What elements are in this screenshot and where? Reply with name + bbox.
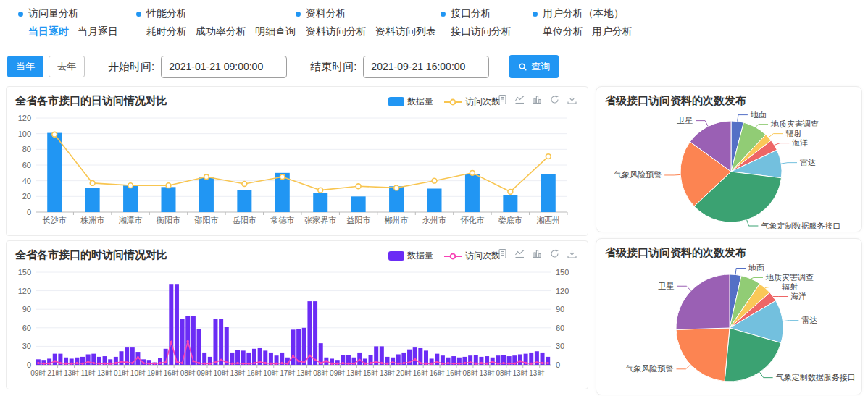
svg-text:气象风险预警: 气象风险预警	[625, 364, 673, 373]
restore-icon[interactable]	[549, 248, 560, 259]
svg-text:13时: 13时	[64, 369, 79, 377]
svg-text:09时: 09时	[330, 369, 345, 377]
line-chart-icon[interactable]	[514, 94, 525, 105]
svg-text:岳阳市: 岳阳市	[233, 216, 256, 224]
restore-icon[interactable]	[549, 94, 560, 105]
svg-text:150: 150	[18, 268, 31, 277]
svg-text:益阳市: 益阳市	[346, 216, 370, 224]
nav-item-success-rate-analysis[interactable]: 成功率分析	[196, 25, 246, 38]
start-time-input[interactable]	[161, 56, 287, 78]
svg-text:19时: 19时	[147, 369, 162, 377]
legend-item-visit-count[interactable]: 访问次数	[443, 96, 500, 108]
svg-text:01时: 01时	[114, 369, 129, 377]
daily-bar-line-chart[interactable]: 020406080100120长沙市株洲市湘潭市衡阳市邵阳市岳阳市常德市张家界市…	[11, 111, 583, 229]
svg-text:海洋: 海洋	[790, 292, 806, 300]
svg-text:16时: 16时	[164, 369, 179, 377]
svg-text:13时: 13时	[380, 369, 395, 377]
bullet-icon	[533, 12, 538, 17]
legend-label: 数据量	[407, 250, 433, 262]
legend-item-data-volume[interactable]: 数据量	[388, 96, 433, 108]
nav-item-hourly-today[interactable]: 当日逐时	[28, 25, 69, 38]
svg-text:0: 0	[27, 361, 31, 369]
chart-toolbox	[497, 248, 577, 259]
hourly-bar-line-chart[interactable]: 0030306060909012012015015009时21时13时11时13…	[11, 265, 583, 384]
bar-chart-icon[interactable]	[532, 94, 543, 105]
svg-text:0: 0	[27, 208, 31, 216]
svg-text:湘西州: 湘西州	[536, 216, 560, 224]
start-time-label: 开始时间:	[108, 60, 154, 74]
legend-label: 数据量	[407, 96, 433, 108]
chart-legend: 数据量 访问次数	[388, 250, 500, 262]
svg-text:卫星: 卫星	[657, 282, 674, 290]
svg-text:09时: 09时	[197, 369, 212, 377]
nav-item-interface-access-analysis[interactable]: 接口访问分析	[451, 25, 512, 38]
filter-bar: 当年 去年 开始时间: 结束时间: 查询	[7, 55, 868, 78]
svg-text:08时: 08时	[313, 369, 328, 377]
svg-text:16时: 16时	[446, 369, 462, 377]
svg-text:永州市: 永州市	[422, 216, 446, 224]
download-icon[interactable]	[567, 248, 577, 259]
nav-item-detail-query[interactable]: 明细查询	[255, 25, 296, 38]
line-swatch-icon	[443, 98, 462, 106]
svg-text:80: 80	[22, 145, 31, 153]
end-time-input[interactable]	[363, 56, 489, 78]
nav-item-time-cost-analysis[interactable]: 耗时分析	[146, 25, 187, 38]
legend-label: 访问次数	[465, 250, 500, 262]
svg-text:13时: 13时	[346, 369, 362, 377]
svg-text:21时: 21时	[47, 369, 62, 377]
daily-access-chart-card: 全省各市接口的日访问情况对比 数据量 访问次数 020406080100120长…	[6, 86, 588, 236]
download-icon[interactable]	[567, 94, 577, 105]
nav-item-data-access-list[interactable]: 资料访问列表	[375, 25, 436, 38]
nav-item-data-access-analysis[interactable]: 资料访问分析	[306, 25, 367, 38]
dashboard-body: 全省各市接口的日访问情况对比 数据量 访问次数 020406080100120长…	[0, 78, 868, 395]
svg-text:40: 40	[22, 177, 31, 185]
province-access-pie-card-bottom: 省级接口访问资料的次数发布 地面地质灾害调查辐射海洋雷达气象定制数据服务接口气象…	[596, 238, 862, 395]
top-nav: 访问量分析 当日逐时 当月逐日 性能分析 耗时分析 成功率分析 明细查询 资料分…	[0, 0, 868, 43]
nav-group-user-analysis: 用户分析（本地） 单位分析 用户分析	[533, 7, 656, 43]
svg-text:辐射: 辐射	[782, 282, 798, 291]
svg-text:16时: 16时	[246, 369, 262, 377]
bar-chart-icon[interactable]	[532, 248, 543, 259]
svg-text:气象定制数据服务接口: 气象定制数据服务接口	[776, 373, 856, 382]
svg-text:地面: 地面	[750, 110, 767, 119]
svg-text:郴州市: 郴州市	[385, 216, 409, 224]
chart-legend: 数据量 访问次数	[388, 96, 500, 108]
province-access-pie-card-top: 省级接口访问资料的次数发布 地面地质灾害调查辐射海洋雷达气象定制数据服务接口气象…	[596, 86, 862, 232]
bar-swatch-icon	[388, 97, 404, 106]
svg-text:13时: 13时	[512, 369, 527, 377]
svg-text:气象定制数据服务接口: 气象定制数据服务接口	[761, 222, 840, 230]
svg-text:邵阳市: 邵阳市	[193, 216, 218, 224]
legend-item-visit-count[interactable]: 访问次数	[443, 250, 500, 262]
nav-group-title: 访问量分析	[28, 7, 79, 20]
data-view-icon[interactable]	[497, 248, 508, 259]
nav-group-title: 资料分析	[306, 7, 346, 20]
svg-text:地面: 地面	[748, 264, 764, 272]
line-chart-icon[interactable]	[514, 248, 525, 259]
province-access-pie-chart[interactable]: 地面地质灾害调查辐射海洋雷达气象定制数据服务接口气象风险预警卫星	[596, 260, 861, 393]
svg-text:地质灾害调查: 地质灾害调查	[770, 119, 819, 128]
svg-text:13时: 13时	[97, 369, 112, 377]
nav-item-user-analysis[interactable]: 用户分析	[592, 25, 633, 38]
nav-item-daily-this-month[interactable]: 当月逐日	[78, 25, 118, 38]
svg-text:08时: 08时	[180, 369, 196, 377]
svg-text:30: 30	[22, 342, 31, 350]
nav-item-unit-analysis[interactable]: 单位分析	[543, 25, 583, 38]
svg-text:长沙市: 长沙市	[42, 216, 67, 224]
svg-text:10时: 10时	[263, 369, 278, 377]
nav-group-performance-analysis: 性能分析 耗时分析 成功率分析 明细查询	[136, 7, 296, 43]
svg-text:雷达: 雷达	[800, 158, 816, 167]
svg-text:90: 90	[556, 305, 564, 313]
data-view-icon[interactable]	[497, 94, 508, 105]
svg-text:13时: 13时	[296, 369, 312, 377]
svg-text:16时: 16时	[430, 369, 445, 377]
province-access-pie-chart[interactable]: 地面地质灾害调查辐射海洋雷达气象定制数据服务接口气象风险预警卫星	[596, 108, 861, 229]
nav-group-data-analysis: 资料分析 资料访问分析 资料访问列表	[296, 7, 441, 43]
svg-text:卫星: 卫星	[676, 116, 693, 125]
last-year-button[interactable]: 去年	[49, 56, 85, 77]
query-button[interactable]: 查询	[509, 55, 559, 78]
bar-swatch-icon	[388, 251, 404, 261]
this-year-button[interactable]: 当年	[7, 56, 43, 77]
legend-item-data-volume[interactable]: 数据量	[388, 250, 433, 262]
svg-text:常德市: 常德市	[270, 216, 294, 224]
nav-group-title: 性能分析	[146, 7, 187, 20]
